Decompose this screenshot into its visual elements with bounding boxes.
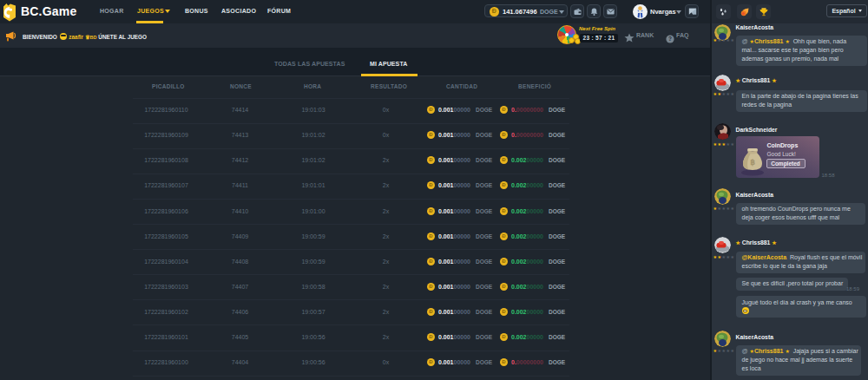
svg-text:฿: ฿ [750,158,755,167]
svg-text:?: ? [668,36,672,42]
